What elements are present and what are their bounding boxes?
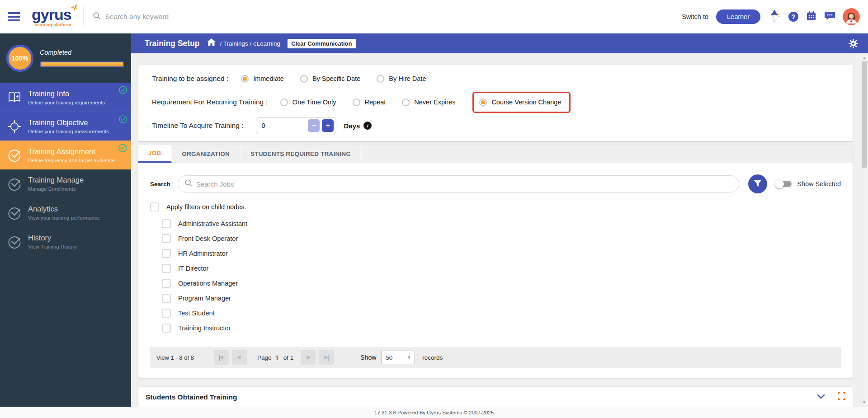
progress-label: Completed (40, 49, 124, 56)
course-name-chip: Clear Communication (288, 39, 355, 48)
calendar-icon[interactable] (806, 11, 816, 23)
check-circle-icon (6, 177, 23, 191)
apply-filters-checkbox[interactable] (150, 202, 159, 211)
main-content: Training to be assigned : Immediate By S… (131, 53, 860, 407)
job-row: Front Desk Operator (162, 231, 841, 246)
show-selected-toggle[interactable] (776, 181, 792, 187)
progress-section: 100% Completed (0, 33, 131, 83)
assignment-settings-card: Training to be assigned : Immediate By S… (138, 65, 853, 141)
filter-button[interactable] (748, 174, 767, 193)
students-obtained-training-card: Students Obtained Training (138, 387, 853, 407)
job-checkbox[interactable] (162, 234, 171, 243)
timeline-days-stepper: − + (256, 117, 336, 134)
radio-never-expires[interactable]: Never Expires (402, 99, 455, 106)
wizard-assistant-icon[interactable] (768, 9, 781, 24)
info-icon[interactable]: i (363, 122, 372, 130)
gyrus-logo[interactable]: gyrus learning platform (32, 7, 71, 27)
job-label: Front Desk Operator (178, 235, 238, 242)
job-checkbox[interactable] (162, 309, 171, 318)
page-header-bar: Training Setup / Trainings / eLearning C… (131, 33, 868, 53)
sidebar-item-sub: Manage Enrollments (28, 186, 84, 192)
dropdown-arrow-icon: ▼ (407, 355, 411, 360)
home-icon[interactable] (207, 38, 216, 48)
job-row: HR Administrator (162, 246, 841, 261)
progress-percent-badge: 100% (6, 45, 33, 72)
switch-to-learner-button[interactable]: Learner (716, 9, 760, 24)
job-label: Operations Manager (178, 280, 238, 287)
version-copyright-text: 17.31.3.6 Powered By Gyrus Systems © 200… (374, 410, 494, 415)
job-row: Program Manager (162, 291, 841, 305)
job-row: Test Student (162, 305, 841, 320)
sidebar-item-label: Training Manage (28, 176, 84, 184)
students-obtained-title: Students Obtained Training (146, 393, 237, 401)
user-avatar[interactable] (843, 8, 860, 25)
sidebar-item-sub: View Training History (28, 244, 77, 249)
radio-one-time-only[interactable]: One Time Only (280, 99, 336, 106)
job-checkbox[interactable] (162, 324, 171, 333)
job-checkbox[interactable] (162, 294, 171, 303)
tab-job[interactable]: JOB (138, 145, 172, 163)
scrollbar-thumb[interactable] (862, 61, 867, 168)
sidebar-item-training-manage[interactable]: Training Manage Manage Enrollments (0, 169, 131, 198)
global-search-input[interactable] (105, 13, 295, 21)
job-checkbox[interactable] (162, 219, 171, 228)
sidebar-item-training-assignment[interactable]: Training Assignment Define frequency and… (0, 141, 131, 169)
radio-immediate[interactable]: Immediate (241, 75, 284, 83)
sidebar-item-analytics[interactable]: Analytics View your training performance (0, 198, 131, 227)
logo-text: gyrus (32, 7, 71, 22)
breadcrumb[interactable]: / Trainings / eLearning (220, 40, 281, 47)
increment-button[interactable]: + (322, 119, 334, 132)
scroll-down-icon[interactable]: ▼ (863, 399, 866, 406)
sidebar-item-training-objective[interactable]: Training Objective Define your training … (0, 112, 131, 141)
completed-check-icon (118, 85, 127, 96)
target-icon (6, 120, 23, 133)
last-page-button[interactable]: >| (319, 350, 334, 365)
radio-repeat[interactable]: Repeat (353, 99, 386, 106)
chevron-down-icon[interactable] (817, 393, 825, 401)
sidebar-item-history[interactable]: History View Training History (0, 227, 131, 256)
prev-page-button[interactable]: < (232, 350, 247, 365)
sidebar-item-label: Analytics (28, 205, 100, 213)
expand-fullscreen-icon[interactable] (838, 392, 845, 402)
job-list: Administrative Assistant Front Desk Oper… (150, 216, 841, 335)
sidebar-item-label: Training Info (28, 89, 105, 98)
timeline-days-input[interactable] (257, 122, 308, 129)
vertical-scrollbar[interactable]: ▲ ▼ (860, 53, 868, 407)
progress-bar (40, 61, 124, 67)
menu-icon[interactable] (8, 12, 20, 21)
job-checkbox[interactable] (162, 279, 171, 288)
days-unit-label: Days (344, 122, 360, 130)
tab-students-required-training[interactable]: STUDENTS REQUIRED TRAINING (241, 145, 362, 163)
chat-icon[interactable] (824, 11, 835, 23)
next-page-button[interactable]: > (301, 350, 316, 365)
tab-organization[interactable]: ORGANIZATION (172, 145, 241, 163)
assigned-label: Training to be assigned : (152, 75, 228, 83)
settings-gear-icon[interactable] (849, 39, 858, 48)
job-label: Program Manager (178, 295, 231, 302)
scroll-up-icon[interactable]: ▲ (863, 54, 866, 61)
audience-card: JOB ORGANIZATION STUDENTS REQUIRED TRAIN… (138, 145, 853, 378)
switch-to-label: Switch to (682, 13, 708, 20)
first-page-button[interactable]: |< (214, 350, 229, 365)
course-version-change-highlight-box: Course Version Change (472, 92, 571, 113)
job-search-input[interactable] (196, 180, 732, 188)
job-label: Training Instructor (178, 324, 231, 332)
radio-by-hire-date[interactable]: By Hire Date (377, 75, 426, 83)
job-label: HR Administrator (178, 250, 228, 257)
logo-spark-icon (71, 4, 78, 13)
page-size-value: 50 (386, 354, 392, 361)
page-label: Page (257, 354, 272, 361)
sidebar-item-label: Training Assignment (28, 147, 115, 156)
job-label: Administrative Assistant (178, 220, 247, 227)
radio-course-version-change[interactable]: Course Version Change (479, 99, 561, 106)
sidebar-item-training-info[interactable]: Training Info Define your training requi… (0, 83, 131, 112)
page-size-select[interactable]: 50 ▼ (382, 351, 415, 364)
logo-subtext: learning platform (32, 23, 71, 27)
job-checkbox[interactable] (162, 249, 171, 258)
job-search-box (178, 175, 739, 193)
help-icon[interactable]: ? (788, 12, 798, 22)
decrement-button[interactable]: − (308, 119, 320, 132)
radio-by-specific-date[interactable]: By Specific Date (300, 75, 360, 83)
check-circle-icon (6, 206, 23, 220)
job-checkbox[interactable] (162, 264, 171, 273)
